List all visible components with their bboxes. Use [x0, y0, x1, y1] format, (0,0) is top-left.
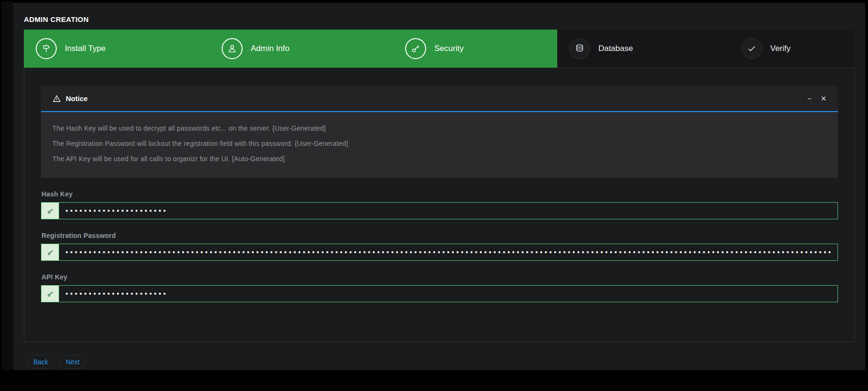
- key-icon: [405, 38, 426, 59]
- hash-key-label: Hash Key: [41, 190, 838, 198]
- notice-line-registration-password: The Registration Password will lockout t…: [52, 136, 827, 151]
- wizard-step-label: Security: [434, 44, 463, 53]
- registration-password-input[interactable]: [59, 244, 838, 261]
- registration-password-input-group: [41, 244, 838, 261]
- wizard-step-admin-info[interactable]: Admin Info: [210, 30, 393, 68]
- api-key-input-group: [41, 285, 838, 302]
- key-icon: [41, 202, 59, 219]
- notice-actions: − ✕: [807, 95, 827, 102]
- notice-body: The Hash Key will be used to decrypt all…: [41, 112, 838, 178]
- notice-title: Notice: [66, 94, 88, 103]
- hash-key-field: Hash Key: [41, 190, 838, 219]
- notice-line-api-key: The API Key will be used for all calls t…: [52, 151, 827, 166]
- database-icon: [569, 38, 590, 59]
- check-icon: [741, 38, 762, 59]
- user-icon: [222, 38, 243, 59]
- notice-panel: Notice − ✕ The Hash Key will be used to …: [41, 86, 838, 178]
- wizard-step-label: Install Type: [65, 44, 106, 53]
- registration-password-label: Registration Password: [41, 232, 838, 239]
- wizard-step-label: Admin Info: [251, 44, 289, 53]
- wizard-footer: Back Next: [27, 355, 855, 369]
- notice-header: Notice − ✕: [41, 86, 838, 112]
- key-icon: [41, 285, 59, 302]
- page-title: ADMIN CREATION: [24, 15, 855, 23]
- hash-key-input-group: [41, 202, 838, 219]
- api-key-field: API Key: [41, 273, 838, 302]
- key-icon: [41, 244, 59, 261]
- api-key-input[interactable]: [59, 285, 838, 302]
- minimize-icon[interactable]: −: [807, 95, 812, 102]
- wizard-step-verify[interactable]: Verify: [729, 30, 855, 68]
- warning-icon: [52, 94, 61, 103]
- signpost-icon: [36, 38, 57, 59]
- wizard-step-install-type[interactable]: Install Type: [24, 30, 210, 68]
- wizard-step-security[interactable]: Security: [393, 30, 557, 68]
- wizard-stepper: Install Type Admin Info: [24, 30, 855, 68]
- close-icon[interactable]: ✕: [820, 95, 827, 102]
- next-button[interactable]: Next: [59, 355, 86, 369]
- wizard-step-database[interactable]: Database: [557, 30, 729, 68]
- registration-password-field: Registration Password: [41, 232, 838, 261]
- api-key-label: API Key: [41, 273, 838, 281]
- admin-creation-panel: ADMIN CREATION Install Type: [13, 3, 865, 370]
- notice-line-hash-key: The Hash Key will be used to decrypt all…: [52, 121, 827, 136]
- screen: ADMIN CREATION Install Type: [0, 0, 868, 391]
- wizard-step-label: Verify: [770, 44, 791, 53]
- left-edge-strip: [1, 1, 13, 370]
- back-button[interactable]: Back: [27, 355, 55, 369]
- hash-key-input[interactable]: [59, 202, 838, 219]
- wizard-step-content: Notice − ✕ The Hash Key will be used to …: [24, 68, 855, 342]
- wizard-step-label: Database: [598, 44, 633, 53]
